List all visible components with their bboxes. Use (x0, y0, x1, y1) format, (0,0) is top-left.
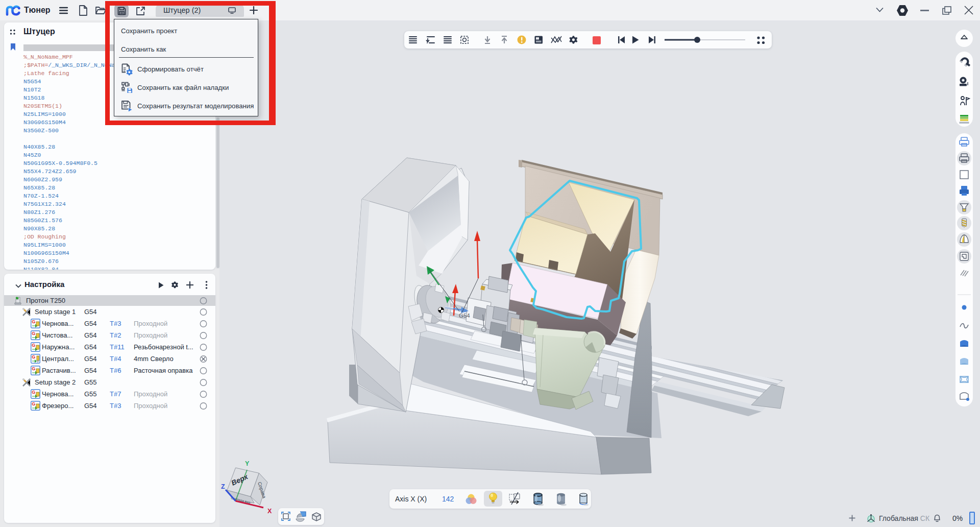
svg-text:Y: Y (245, 460, 250, 467)
svg-text:G: G (32, 401, 35, 406)
svg-text:Z: Z (221, 483, 225, 490)
svg-text:X: X (267, 508, 272, 515)
svg-text:G: G (32, 319, 35, 324)
svg-text:G: G (32, 331, 35, 336)
svg-text:G: G (32, 390, 35, 395)
svg-text:G54: G54 (459, 313, 470, 319)
svg-text:G: G (32, 343, 35, 348)
svg-text:G: G (32, 354, 35, 360)
svg-text:G: G (32, 366, 35, 371)
